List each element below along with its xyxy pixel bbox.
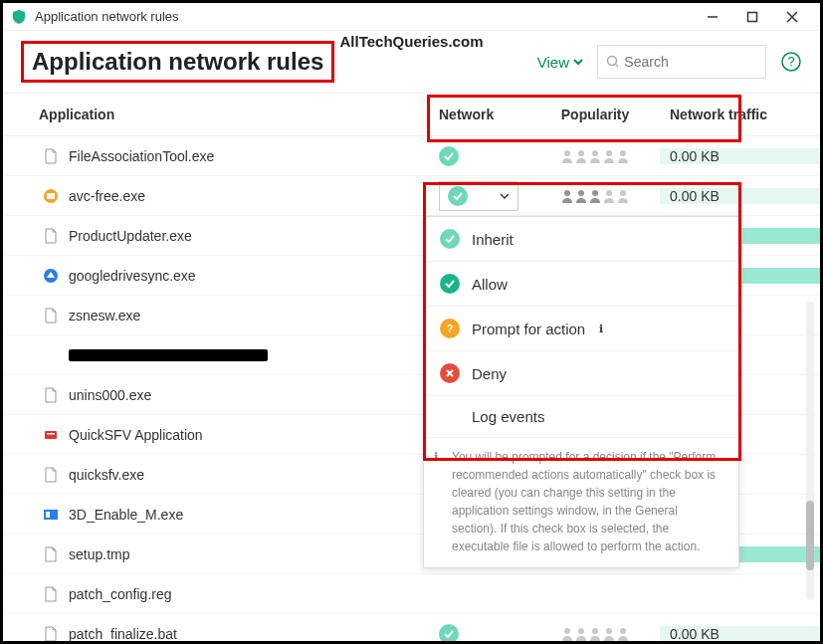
dropdown-option-log-events[interactable]: Log events <box>424 396 738 438</box>
app-cell: googledrivesync.exe <box>3 268 431 284</box>
svg-point-16 <box>578 190 584 196</box>
app-cell: FileAssociationTool.exe <box>3 148 431 164</box>
dropdown-option-label: Inherit <box>472 231 514 248</box>
info-icon: ℹ <box>599 322 603 335</box>
col-traffic[interactable]: Network traffic <box>660 107 820 122</box>
app-name: ProductUpdater.exe <box>69 228 192 244</box>
svg-point-11 <box>606 150 612 156</box>
svg-point-19 <box>620 190 626 196</box>
table-row[interactable]: patch_finalize.bat0.00 KB <box>3 614 820 644</box>
app-cell: quicksfv.exe <box>3 467 431 483</box>
maximize-button[interactable] <box>732 6 772 28</box>
search-box[interactable] <box>597 45 766 79</box>
file-icon <box>43 467 59 483</box>
dropdown-option-deny[interactable]: Deny <box>424 351 738 396</box>
app-cell: patch_finalize.bat <box>3 626 431 642</box>
svg-point-4 <box>608 57 617 66</box>
close-button[interactable] <box>772 6 812 28</box>
svg-point-29 <box>620 628 626 634</box>
file-icon <box>43 387 59 403</box>
popularity-person-icon <box>617 627 629 641</box>
app-cell <box>3 347 431 363</box>
titlebar: Application network rules <box>3 3 820 31</box>
popularity-person-icon <box>589 627 601 641</box>
view-label: View <box>537 54 569 71</box>
svg-rect-1 <box>748 12 757 21</box>
network-cell <box>431 181 530 211</box>
file-icon <box>43 148 59 164</box>
svg-rect-24 <box>46 512 50 518</box>
app-name: patch_config.reg <box>69 586 172 602</box>
app-name: avc-free.exe <box>69 188 145 204</box>
popularity-person-icon <box>589 149 601 163</box>
traffic-cell: 0.00 KB <box>660 626 820 642</box>
table-row[interactable]: FileAssociationTool.exe0.00 KB <box>3 136 820 176</box>
app-cell: zsnesw.exe <box>3 308 431 323</box>
table-row[interactable]: avc-free.exe0.00 KB <box>3 176 820 216</box>
popularity-person-icon <box>617 149 629 163</box>
file-icon <box>43 546 59 562</box>
search-input[interactable] <box>624 54 757 70</box>
popularity-cell <box>530 189 660 203</box>
file-icon <box>43 427 59 443</box>
help-button[interactable]: ? <box>780 51 802 73</box>
app-name: googledrivesync.exe <box>69 268 196 284</box>
app-name: patch_finalize.bat <box>69 626 177 642</box>
popularity-cell <box>530 627 660 641</box>
scroll-thumb[interactable] <box>806 501 814 570</box>
svg-rect-22 <box>47 433 55 435</box>
network-cell <box>431 146 530 166</box>
app-cell: avc-free.exe <box>3 188 431 204</box>
popularity-person-icon <box>561 149 573 163</box>
svg-point-27 <box>592 628 598 634</box>
file-icon <box>43 268 59 284</box>
window-frame: Application network rules AllTechQueries… <box>0 0 823 644</box>
help-icon: ? <box>780 51 802 73</box>
page-title-highlight: Application network rules <box>21 41 334 83</box>
dropdown-option-inherit[interactable]: Inherit <box>424 217 738 262</box>
popularity-person-icon <box>575 627 587 641</box>
col-application[interactable]: Application <box>3 107 431 122</box>
svg-point-12 <box>620 150 626 156</box>
file-icon <box>43 308 59 323</box>
app-name: quicksfv.exe <box>69 467 144 483</box>
status-icon <box>440 229 460 249</box>
app-name: zsnesw.exe <box>69 308 140 323</box>
table-row[interactable]: patch_config.reg <box>3 574 820 614</box>
app-name: FileAssociationTool.exe <box>69 148 214 164</box>
file-icon <box>43 228 59 244</box>
app-name: QuickSFV Application <box>69 427 203 443</box>
view-dropdown[interactable]: View <box>537 54 583 71</box>
col-network[interactable]: Network <box>431 107 530 122</box>
app-name: 3D_Enable_M.exe <box>69 507 183 523</box>
svg-rect-21 <box>45 431 57 439</box>
popularity-person-icon <box>603 627 615 641</box>
app-icon <box>11 9 27 25</box>
network-rule-dropdown: InheritAllow?Prompt for actionℹDenyLog e… <box>423 216 739 568</box>
svg-text:?: ? <box>787 54 794 69</box>
window-title: Application network rules <box>35 9 693 24</box>
dropdown-option-allow[interactable]: Allow <box>424 262 738 307</box>
status-icon <box>448 186 468 206</box>
svg-point-26 <box>578 628 584 634</box>
popularity-person-icon <box>617 189 629 203</box>
status-icon <box>440 363 460 383</box>
app-cell: setup.tmp <box>3 546 431 562</box>
network-cell <box>431 624 530 644</box>
header: Application network rules View ? <box>3 31 820 93</box>
svg-point-28 <box>606 628 612 634</box>
minimize-button[interactable] <box>693 6 732 28</box>
vertical-scrollbar[interactable] <box>806 302 814 600</box>
dropdown-option-prompt-for-action[interactable]: ?Prompt for actionℹ <box>424 307 738 351</box>
file-icon <box>43 188 59 204</box>
popularity-person-icon <box>575 149 587 163</box>
file-icon <box>43 507 59 523</box>
dropdown-option-label: Deny <box>472 365 507 382</box>
popularity-person-icon <box>603 149 615 163</box>
col-popularity[interactable]: Popularity <box>530 107 660 122</box>
network-rule-selector[interactable] <box>439 181 518 211</box>
svg-point-9 <box>578 150 584 156</box>
app-cell: QuickSFV Application <box>3 427 431 443</box>
dropdown-info-note: You will be prompted for a decision if t… <box>424 438 738 567</box>
app-cell: ProductUpdater.exe <box>3 228 431 244</box>
